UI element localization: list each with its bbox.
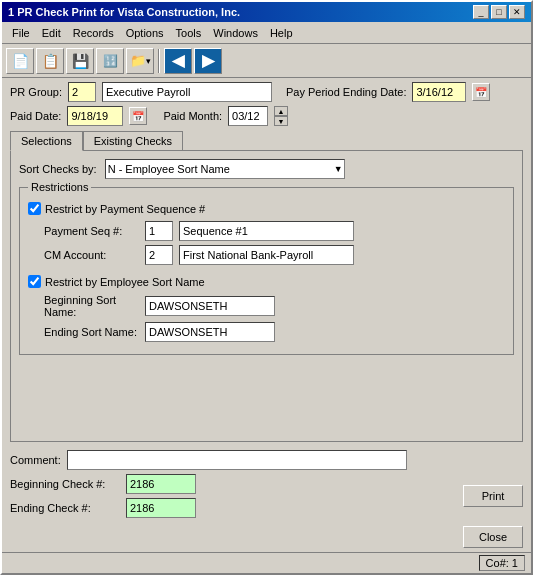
tab-row: Selections Existing Checks [10, 130, 523, 150]
beginning-check-print-row: Beginning Check #: Ending Check #: Print [10, 474, 523, 518]
toolbar: 📄 📋 💾 🔢 📁▾ ◀ ▶ [2, 44, 531, 78]
menu-tools[interactable]: Tools [170, 25, 208, 41]
footer-bar: Close [2, 522, 531, 552]
comment-input[interactable] [67, 450, 407, 470]
save-button[interactable]: 💾 [66, 48, 94, 74]
pr-group-name[interactable] [102, 82, 272, 102]
sort-row: Sort Checks by: N - Employee Sort Name ▼ [19, 159, 514, 179]
ending-sort-label: Ending Sort Name: [44, 326, 139, 338]
beginning-check-row: Beginning Check #: [10, 474, 196, 494]
tab-content-selections: Sort Checks by: N - Employee Sort Name ▼… [10, 150, 523, 442]
sort-label: Sort Checks by: [19, 163, 97, 175]
calc-button[interactable]: 🔢 [96, 48, 124, 74]
window-title: 1 PR Check Print for Vista Construction,… [8, 6, 240, 18]
paid-month-spinners: ▲ ▼ [274, 106, 288, 126]
comment-section: Comment: [10, 450, 523, 470]
tab-selections[interactable]: Selections [10, 131, 83, 151]
restrict-seq-row: Restrict by Payment Sequence # [28, 202, 505, 215]
minimize-button[interactable]: _ [473, 5, 489, 19]
cm-account-name[interactable] [179, 245, 354, 265]
restrict-sort-checkbox[interactable] [28, 275, 41, 288]
ending-check-label: Ending Check #: [10, 502, 120, 514]
title-bar: 1 PR Check Print for Vista Construction,… [2, 2, 531, 22]
restrict-seq-checkbox[interactable] [28, 202, 41, 215]
menu-edit[interactable]: Edit [36, 25, 67, 41]
menu-bar: File Edit Records Options Tools Windows … [2, 22, 531, 44]
paid-date-row: Paid Date: 📅 Paid Month: ▲ ▼ [10, 106, 523, 126]
bottom-section: Beginning Check #: Ending Check #: Print [10, 474, 523, 518]
close-button[interactable]: Close [463, 526, 523, 548]
payment-seq-row: Payment Seq #: [28, 221, 505, 241]
beginning-check-label: Beginning Check #: [10, 478, 120, 490]
cm-account-num[interactable] [145, 245, 173, 265]
ending-sort-input[interactable] [145, 322, 275, 342]
pr-group-number[interactable] [68, 82, 96, 102]
payment-seq-label: Payment Seq #: [44, 225, 139, 237]
menu-help[interactable]: Help [264, 25, 299, 41]
paid-month-down[interactable]: ▼ [274, 116, 288, 126]
restrict-sort-label: Restrict by Employee Sort Name [45, 276, 205, 288]
cm-account-label: CM Account: [44, 249, 139, 261]
copy-button[interactable]: 📋 [36, 48, 64, 74]
beginning-sort-label: Beginning Sort Name: [44, 294, 139, 318]
cm-account-row: CM Account: [28, 245, 505, 265]
payment-seq-name[interactable] [179, 221, 354, 241]
tab-existing-checks[interactable]: Existing Checks [83, 131, 183, 151]
nav-forward-button[interactable]: ▶ [194, 48, 222, 74]
paid-date-input[interactable] [67, 106, 123, 126]
status-bar: Co#: 1 [2, 552, 531, 573]
restrictions-group: Restrictions Restrict by Payment Sequenc… [19, 187, 514, 355]
maximize-button[interactable]: □ [491, 5, 507, 19]
paid-month-label: Paid Month: [163, 110, 222, 122]
menu-windows[interactable]: Windows [207, 25, 264, 41]
print-button[interactable]: Print [463, 485, 523, 507]
ending-sort-row: Ending Sort Name: [28, 322, 505, 342]
restrict-sort-row: Restrict by Employee Sort Name [28, 275, 505, 288]
comment-label: Comment: [10, 454, 61, 466]
nav-back-button[interactable]: ◀ [164, 48, 192, 74]
pr-group-row: PR Group: Pay Period Ending Date: 📅 [10, 82, 523, 102]
pay-period-label: Pay Period Ending Date: [286, 86, 406, 98]
paid-date-calendar-button[interactable]: 📅 [129, 107, 147, 125]
paid-date-label: Paid Date: [10, 110, 61, 122]
menu-options[interactable]: Options [120, 25, 170, 41]
title-bar-buttons: _ □ ✕ [473, 5, 525, 19]
pay-period-calendar-button[interactable]: 📅 [472, 83, 490, 101]
beginning-sort-input[interactable] [145, 296, 275, 316]
pay-period-date[interactable] [412, 82, 466, 102]
menu-file[interactable]: File [6, 25, 36, 41]
main-window: 1 PR Check Print for Vista Construction,… [0, 0, 533, 575]
folder-button[interactable]: 📁▾ [126, 48, 154, 74]
toolbar-separator [158, 49, 160, 73]
beginning-sort-row: Beginning Sort Name: [28, 294, 505, 318]
pr-group-label: PR Group: [10, 86, 62, 98]
form-content: PR Group: Pay Period Ending Date: 📅 Paid… [2, 78, 531, 522]
sort-select-wrapper: N - Employee Sort Name ▼ [105, 159, 345, 179]
ending-check-row: Ending Check #: [10, 498, 196, 518]
restrictions-title: Restrictions [28, 181, 91, 193]
close-window-button[interactable]: ✕ [509, 5, 525, 19]
beginning-check-input[interactable] [126, 474, 196, 494]
paid-month-up[interactable]: ▲ [274, 106, 288, 116]
tabs-container: Selections Existing Checks Sort Checks b… [10, 130, 523, 442]
ending-check-input[interactable] [126, 498, 196, 518]
co-status: Co#: 1 [479, 555, 525, 571]
new-button[interactable]: 📄 [6, 48, 34, 74]
menu-records[interactable]: Records [67, 25, 120, 41]
restrict-seq-label: Restrict by Payment Sequence # [45, 203, 205, 215]
sort-select[interactable]: N - Employee Sort Name [105, 159, 345, 179]
payment-seq-num[interactable] [145, 221, 173, 241]
paid-month-input[interactable] [228, 106, 268, 126]
